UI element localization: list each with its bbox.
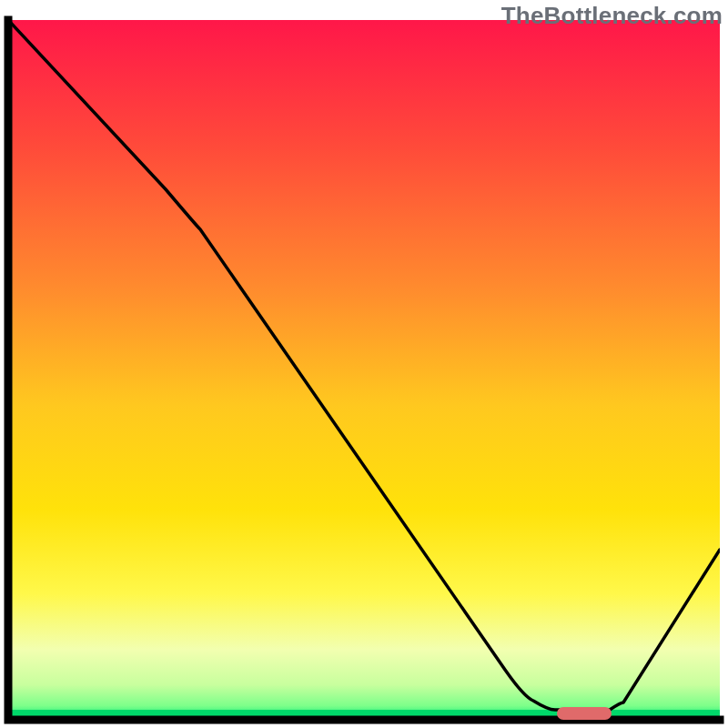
watermark-text: TheBottleneck.com — [501, 2, 723, 30]
optimal-range-marker — [557, 707, 612, 720]
chart-svg — [0, 0, 728, 728]
plot-background — [8, 20, 720, 720]
bottleneck-chart: TheBottleneck.com — [0, 0, 728, 728]
